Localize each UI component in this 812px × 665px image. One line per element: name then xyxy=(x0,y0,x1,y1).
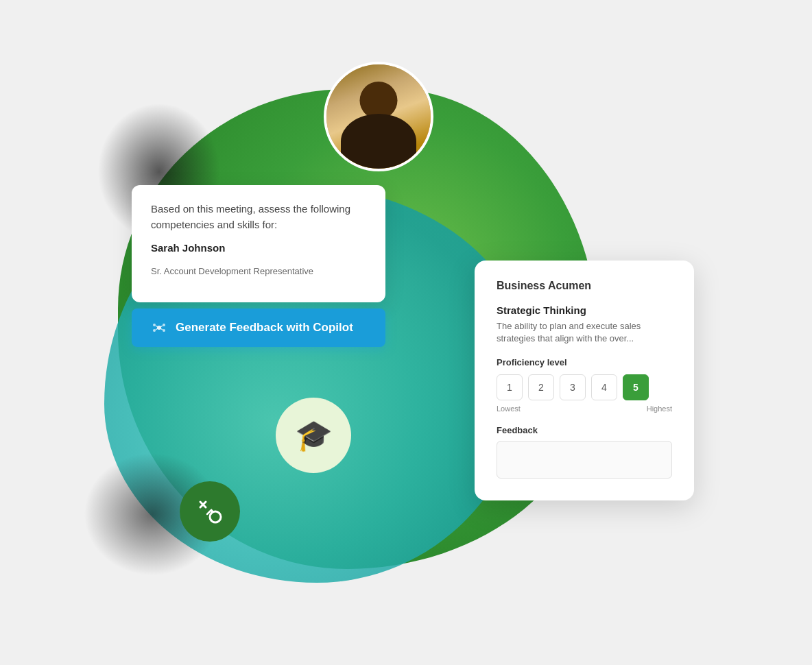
svg-point-11 xyxy=(210,511,221,522)
profile-photo xyxy=(326,64,431,169)
proficiency-buttons: 1 2 3 4 5 xyxy=(497,374,672,400)
copilot-button-label: Generate Feedback with Copilot xyxy=(176,321,353,335)
strategy-icon xyxy=(193,495,226,528)
prof-level-4[interactable]: 4 xyxy=(591,374,617,400)
svg-point-1 xyxy=(153,324,156,326)
person-name: Sarah Johnson xyxy=(151,241,366,256)
svg-point-4 xyxy=(163,329,165,332)
svg-line-5 xyxy=(156,326,158,327)
section-title: Business Acumen xyxy=(497,280,672,292)
proficiency-range-labels: Lowest Highest xyxy=(497,404,672,413)
prof-level-1[interactable]: 1 xyxy=(497,374,523,400)
profile-avatar xyxy=(324,62,433,171)
svg-point-0 xyxy=(157,326,161,330)
assessment-intro-text: Based on this meeting, assess the follow… xyxy=(151,202,366,232)
prof-level-2[interactable]: 2 xyxy=(528,374,554,400)
skill-title: Strategic Thinking xyxy=(497,304,672,316)
lowest-label: Lowest xyxy=(497,404,521,413)
graduation-cap-icon: 🎓 xyxy=(295,418,333,453)
prof-level-5[interactable]: 5 xyxy=(623,374,649,400)
highest-label: Highest xyxy=(647,404,672,413)
svg-line-6 xyxy=(160,326,163,327)
generate-feedback-button[interactable]: Generate Feedback with Copilot xyxy=(132,309,385,347)
business-acumen-card: Business Acumen Strategic Thinking The a… xyxy=(475,261,694,500)
svg-line-7 xyxy=(156,328,158,330)
copilot-icon xyxy=(151,319,167,336)
assessment-card: Based on this meeting, assess the follow… xyxy=(132,185,385,302)
scene: Based on this meeting, assess the follow… xyxy=(63,34,749,631)
proficiency-label: Proficiency level xyxy=(497,357,672,367)
prof-level-3[interactable]: 3 xyxy=(560,374,586,400)
svg-point-3 xyxy=(153,329,156,332)
strategy-circle xyxy=(180,481,240,542)
skill-description: The ability to plan and execute sales st… xyxy=(497,320,672,345)
feedback-label: Feedback xyxy=(497,425,672,435)
svg-point-2 xyxy=(163,324,165,326)
svg-line-8 xyxy=(160,328,163,330)
person-role: Sr. Account Development Representative xyxy=(151,265,366,278)
feedback-textarea[interactable] xyxy=(497,441,672,479)
graduation-cap-circle: 🎓 xyxy=(276,398,351,473)
